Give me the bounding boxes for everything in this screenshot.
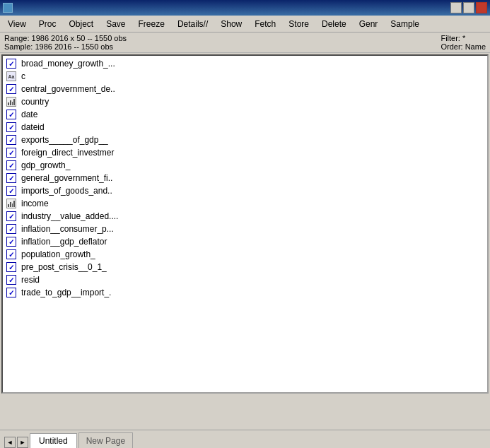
nav-arrows: ◄ ► [3,437,30,448]
menu-view[interactable]: View [1,16,33,32]
minimize-button[interactable] [450,2,462,13]
check-icon [6,122,17,133]
variable-name: income [21,199,49,208]
variable-name: population_growth_ [21,249,95,259]
menu-fetch[interactable]: Fetch [248,16,282,32]
list-item[interactable]: industry__value_added.... [3,210,487,223]
bar-icon [6,198,17,209]
menu-bar: View Proc Object Save Freeze Details// S… [0,16,490,33]
check-icon [6,109,17,120]
list-item[interactable]: Aa c [3,70,487,83]
list-item[interactable]: imports_of_goods_and.. [3,184,487,197]
check-icon [6,185,17,196]
menu-proc[interactable]: Proc [33,16,63,32]
nav-left-arrow[interactable]: ◄ [4,437,16,448]
list-item[interactable]: country [3,95,487,108]
check-icon [6,160,17,171]
nav-right-arrow[interactable]: ► [17,437,28,448]
tab-untitled[interactable]: Untitled [30,433,77,448]
list-item[interactable]: exports_____of_gdp__ [3,134,487,146]
order-info: Order: Name [441,42,486,51]
variable-list: broad_money_growth_... Aa c central_gove… [3,56,487,300]
variable-name: trade_to_gdp__import_. [21,288,111,297]
check-icon [6,223,17,235]
list-item[interactable]: pre_post_crisis__0_1_ [3,261,487,273]
variable-name: country [21,97,49,107]
variable-name: inflation__consumer_p... [21,224,114,234]
info-bar: Range: 1986 2016 x 50 -- 1550 obs Sample… [0,33,490,53]
list-item[interactable]: dateid [3,121,487,134]
menu-store[interactable]: Store [282,16,315,32]
check-icon [6,134,17,146]
variable-name: imports_of_goods_and.. [21,186,112,196]
list-item[interactable]: inflation__gdp_deflator [3,235,487,248]
variable-name: resid [21,275,40,285]
bar-icon [6,96,17,107]
variable-name: dateid [21,122,45,132]
variable-name: industry__value_added.... [21,211,118,221]
menu-show[interactable]: Show [214,16,248,32]
list-item[interactable]: trade_to_gdp__import_. [3,286,487,299]
list-item[interactable]: resid [3,273,487,286]
menu-sample[interactable]: Sample [384,16,426,32]
sample-info: Sample: 1986 2016 -- 1550 obs [4,42,127,51]
menu-save[interactable]: Save [100,16,132,32]
menu-details[interactable]: Details// [171,16,214,32]
list-item[interactable]: general_government_fi.. [3,172,487,184]
menu-freeze[interactable]: Freeze [132,16,171,32]
list-item[interactable]: date [3,108,487,121]
check-icon [6,249,17,260]
range-info: Range: 1986 2016 x 50 -- 1550 obs [4,34,127,42]
window-controls [450,2,487,13]
variable-name: exports_____of_gdp__ [21,135,108,145]
variable-name: general_government_fi.. [21,173,112,183]
close-button[interactable] [476,2,487,13]
maximize-button[interactable] [463,2,474,13]
variable-name: pre_post_crisis__0_1_ [21,262,107,272]
list-item[interactable]: foreign_direct_investmer [3,146,487,159]
variable-name: broad_money_growth_... [21,59,115,69]
tab-new-page[interactable]: New Page [78,432,133,448]
variable-name: inflation__gdp_deflator [21,237,107,247]
menu-genr[interactable]: Genr [353,16,385,32]
check-icon [6,58,17,69]
list-item[interactable]: inflation__consumer_p... [3,223,487,235]
check-icon [6,274,17,285]
variable-name: date [21,110,37,119]
sample-label: Sample: 1986 2016 -- 1550 obs [4,42,113,51]
variable-list-container[interactable]: broad_money_growth_... Aa c central_gove… [1,54,489,394]
check-icon [6,147,17,158]
list-item[interactable]: population_growth_ [3,248,487,261]
check-icon [6,172,17,184]
bottom-bar: ◄ ► Untitled New Page [0,430,490,448]
app-icon [3,3,13,13]
check-icon [6,287,17,298]
variable-name: gdp_growth_ [21,160,70,170]
variable-name: central_government_de.. [21,84,115,94]
range-label: Range: 1986 2016 x 50 -- 1550 obs [4,34,127,42]
check-icon [6,261,17,273]
check-icon [6,83,17,95]
list-item[interactable]: gdp_growth_ [3,159,487,172]
filter-order-info: Filter: * Order: Name [441,34,486,51]
menu-object[interactable]: Object [62,16,100,32]
string-icon: Aa [6,71,17,82]
check-icon [6,211,17,222]
check-icon [6,236,17,247]
list-item[interactable]: central_government_de.. [3,83,487,95]
list-item[interactable]: broad_money_growth_... [3,57,487,70]
menu-delete[interactable]: Delete [315,16,353,32]
variable-name: foreign_direct_investmer [21,148,114,158]
list-item[interactable]: income [3,197,487,210]
title-bar [0,0,490,16]
filter-info: Filter: * [441,34,465,42]
variable-name: c [21,71,25,81]
